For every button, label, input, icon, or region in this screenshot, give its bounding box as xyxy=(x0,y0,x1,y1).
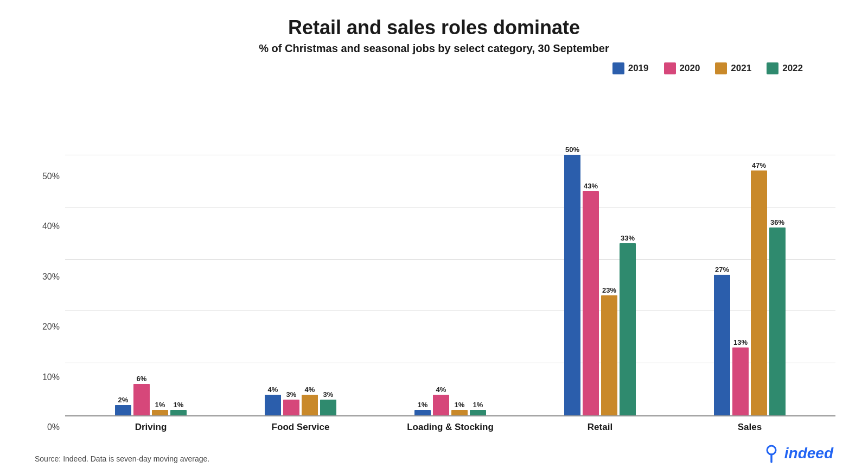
legend-swatch-2020 xyxy=(664,62,676,74)
legend-label-2022: 2022 xyxy=(782,63,803,74)
bar-wrapper-2021: 4% xyxy=(302,385,318,415)
bar-wrapper-2021: 1% xyxy=(152,401,168,415)
y-axis-label: 40% xyxy=(33,222,65,231)
source-text: Source: Indeed. Data is seven-day moving… xyxy=(35,454,209,463)
bar-value-label: 47% xyxy=(752,161,766,169)
bar xyxy=(283,400,299,415)
bars-container: 2%6%1%1%4%3%4%3%1%4%1%1%50%43%23%33%27%1… xyxy=(65,155,835,415)
bar-value-label: 4% xyxy=(436,385,446,394)
bar-value-label: 33% xyxy=(621,234,635,242)
legend-item-2022: 2022 xyxy=(767,62,803,74)
bar xyxy=(433,395,449,415)
svg-point-0 xyxy=(767,446,776,454)
bar xyxy=(170,410,187,415)
y-axis-label: 10% xyxy=(33,373,65,382)
bar xyxy=(302,395,318,415)
bar-wrapper-2020: 6% xyxy=(133,375,150,415)
y-axis-label: 20% xyxy=(33,323,65,331)
bar xyxy=(564,155,580,415)
bar-wrapper-2022: 1% xyxy=(470,401,486,415)
legend-item-2020: 2020 xyxy=(664,62,700,74)
chart-body: 2%6%1%1%4%3%4%3%1%4%1%1%50%43%23%33%27%1… xyxy=(65,155,835,433)
chart-title: Retail and sales roles dominate xyxy=(288,16,580,39)
indeed-logo: indeed xyxy=(762,444,833,463)
bar-wrapper-2019: 4% xyxy=(265,385,281,415)
bar-value-label: 1% xyxy=(155,401,165,409)
bar xyxy=(451,410,468,415)
grid-and-bars: 2%6%1%1%4%3%4%3%1%4%1%1%50%43%23%33%27%1… xyxy=(65,155,835,415)
x-axis-label-loading-&-stocking: Loading & Stocking xyxy=(375,422,525,433)
chart-subtitle: % of Christmas and seasonal jobs by sele… xyxy=(259,42,609,55)
x-labels: DrivingFood ServiceLoading & StockingRet… xyxy=(65,422,835,433)
legend-swatch-2021 xyxy=(715,62,727,74)
bar-wrapper-2022: 3% xyxy=(320,390,336,415)
bar-wrapper-2021: 23% xyxy=(601,286,617,415)
bar-wrapper-2022: 1% xyxy=(170,401,187,415)
x-axis-label-driving: Driving xyxy=(76,422,226,433)
chart-area: 0%10%20%30%40%50% 2%6%1%1%4%3%4%3%1%4%1%… xyxy=(33,84,835,438)
bar xyxy=(769,227,786,415)
y-axis-label: 0% xyxy=(33,423,65,432)
indeed-logo-text: indeed xyxy=(784,445,833,462)
category-group-food-service: 4%3%4%3% xyxy=(226,385,375,415)
legend-item-2021: 2021 xyxy=(715,62,751,74)
bar xyxy=(714,275,730,415)
source-row: Source: Indeed. Data is seven-day moving… xyxy=(33,444,835,463)
bar-value-label: 4% xyxy=(268,385,278,394)
bar-value-label: 13% xyxy=(733,338,748,346)
legend-label-2019: 2019 xyxy=(628,63,649,74)
bar xyxy=(470,410,486,415)
legend-swatch-2019 xyxy=(612,62,624,74)
bar-wrapper-2020: 3% xyxy=(283,390,299,415)
bar-wrapper-2020: 4% xyxy=(433,385,449,415)
category-group-retail: 50%43%23%33% xyxy=(525,146,675,415)
legend-swatch-2022 xyxy=(767,62,778,74)
legend-label-2021: 2021 xyxy=(731,63,751,74)
legend-label-2020: 2020 xyxy=(680,63,700,74)
bar-value-label: 43% xyxy=(584,182,598,190)
bar-value-label: 3% xyxy=(286,390,297,399)
bar-value-label: 3% xyxy=(323,390,334,399)
bars-row: 1%4%1%1% xyxy=(414,385,486,415)
bar-value-label: 2% xyxy=(118,396,129,404)
bar xyxy=(751,170,767,415)
bar xyxy=(620,243,636,415)
bar-value-label: 50% xyxy=(565,146,579,154)
bars-row: 50%43%23%33% xyxy=(564,146,636,415)
y-axis: 0%10%20%30%40%50% xyxy=(33,172,65,433)
x-axis-label-food-service: Food Service xyxy=(226,422,375,433)
bar-value-label: 1% xyxy=(455,401,465,409)
bar-wrapper-2019: 27% xyxy=(714,266,730,415)
bar-wrapper-2022: 33% xyxy=(620,234,636,415)
bar-wrapper-2022: 36% xyxy=(769,218,786,415)
y-axis-label: 30% xyxy=(33,273,65,281)
bar-value-label: 4% xyxy=(305,385,315,394)
bar-value-label: 27% xyxy=(715,266,729,274)
bar-wrapper-2019: 50% xyxy=(564,146,580,415)
bar xyxy=(414,410,431,415)
bar-value-label: 1% xyxy=(174,401,184,409)
y-axis-label: 50% xyxy=(33,172,65,181)
bar xyxy=(601,295,617,415)
bar-wrapper-2021: 47% xyxy=(751,161,767,415)
legend-item-2019: 2019 xyxy=(612,62,649,74)
bar-wrapper-2020: 13% xyxy=(732,338,749,415)
bar xyxy=(320,400,336,415)
bar xyxy=(133,384,150,415)
bar-wrapper-2020: 43% xyxy=(583,182,599,415)
bar-wrapper-2021: 1% xyxy=(451,401,468,415)
bar xyxy=(583,191,599,415)
x-axis-label-retail: Retail xyxy=(525,422,675,433)
category-group-loading-&-stocking: 1%4%1%1% xyxy=(375,385,525,415)
category-group-sales: 27%13%47%36% xyxy=(675,161,825,415)
bar xyxy=(265,395,281,415)
bars-row: 2%6%1%1% xyxy=(115,375,187,415)
bar-value-label: 23% xyxy=(602,286,616,294)
bar-value-label: 6% xyxy=(137,375,147,383)
bars-row: 4%3%4%3% xyxy=(265,385,336,415)
x-axis-label-sales: Sales xyxy=(675,422,825,433)
category-group-driving: 2%6%1%1% xyxy=(76,375,226,415)
bar-wrapper-2019: 1% xyxy=(414,401,431,415)
x-axis-line xyxy=(65,415,835,416)
bar-value-label: 36% xyxy=(770,218,784,226)
